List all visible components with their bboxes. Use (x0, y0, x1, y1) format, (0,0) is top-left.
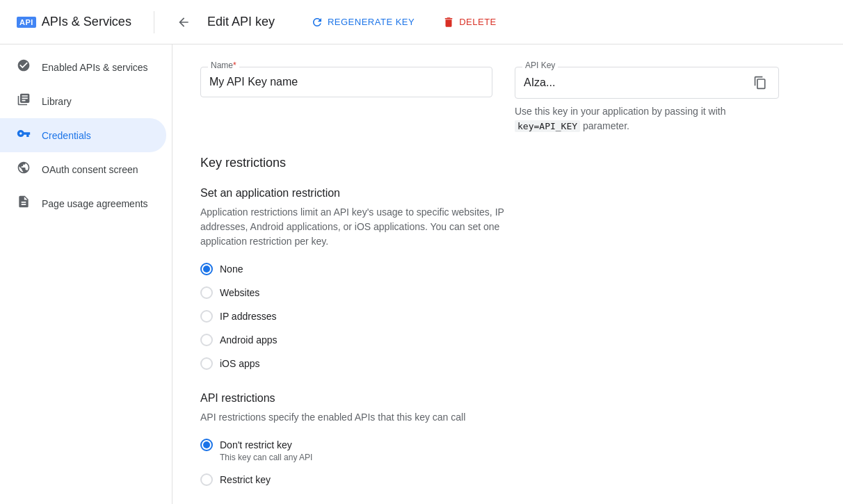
page-usage-icon (17, 195, 31, 212)
api-key-label: API Key (522, 60, 558, 70)
radio-ip-label: IP addresses (220, 311, 276, 322)
radio-websites-label: Websites (220, 287, 259, 298)
credentials-icon (17, 127, 31, 144)
sidebar: Enabled APIs & services Library Credenti… (0, 44, 172, 504)
radio-ios-apps[interactable]: iOS apps (200, 357, 815, 370)
key-restrictions-title: Key restrictions (200, 156, 815, 170)
name-label: Name* (208, 60, 239, 70)
sidebar-label-enabled-apis: Enabled APIs & services (42, 62, 148, 73)
delete-label: DELETE (459, 17, 497, 27)
radio-android-label: Android apps (220, 334, 278, 346)
radio-android-circle (200, 334, 213, 346)
radio-ios-label: iOS apps (220, 358, 260, 369)
back-button[interactable] (171, 10, 196, 35)
topbar-actions: REGENERATE KEY DELETE (303, 10, 505, 34)
radio-dont-restrict[interactable]: Don't restrict key (200, 439, 815, 451)
app-restriction-title: Set an application restriction (200, 187, 815, 200)
topbar: API APIs & Services Edit API key REGENER… (0, 0, 843, 44)
api-key-value: AIza... (524, 76, 750, 89)
radio-dont-restrict-group: Don't restrict key This key can call any… (200, 439, 815, 462)
radio-ip-circle (200, 310, 213, 323)
radio-none-label: None (220, 263, 243, 275)
page-title: Edit API key (207, 15, 275, 29)
api-restriction-radio-group: Don't restrict key This key can call any… (200, 439, 815, 486)
sidebar-item-enabled-apis[interactable]: Enabled APIs & services (0, 50, 166, 84)
radio-restrict-key-circle (200, 473, 213, 486)
radio-restrict-key-label: Restrict key (220, 474, 271, 485)
form-top-row: Name* API Key AIza... Use this key in yo… (200, 67, 815, 133)
radio-none[interactable]: None (200, 263, 815, 275)
sidebar-label-credentials: Credentials (42, 130, 91, 141)
name-field-wrap: Name* (200, 67, 492, 97)
api-restriction-desc: API restrictions specify the enabled API… (200, 410, 506, 425)
radio-dont-restrict-circle (200, 439, 213, 451)
regenerate-key-button[interactable]: REGENERATE KEY (303, 10, 423, 34)
api-key-section: API Key AIza... Use this key in your app… (515, 67, 779, 133)
app-restriction-radio-group: None Websites IP addresses Android apps … (200, 263, 815, 370)
application-restriction-section: Set an application restriction Applicati… (200, 187, 815, 370)
sidebar-label-oauth: OAuth consent screen (42, 164, 138, 175)
sidebar-item-library[interactable]: Library (0, 84, 166, 118)
name-field-section: Name* (200, 67, 492, 97)
api-key-wrap: API Key AIza... (515, 67, 779, 99)
radio-dont-restrict-label: Don't restrict key (220, 439, 292, 450)
radio-none-circle (200, 263, 213, 275)
logo: API APIs & Services (17, 15, 131, 29)
delete-button[interactable]: DELETE (434, 10, 505, 34)
topbar-divider (154, 11, 154, 33)
api-restriction-title: API restrictions (200, 392, 815, 405)
layout: Enabled APIs & services Library Credenti… (0, 44, 843, 504)
radio-dont-restrict-sublabel: This key can call any API (220, 453, 815, 462)
radio-restrict-key[interactable]: Restrict key (200, 473, 815, 486)
library-icon (17, 92, 31, 110)
oauth-icon (17, 161, 31, 178)
radio-android-apps[interactable]: Android apps (200, 334, 815, 346)
sidebar-item-page-usage[interactable]: Page usage agreements (0, 186, 166, 220)
sidebar-label-page-usage: Page usage agreements (42, 198, 148, 209)
sidebar-item-oauth[interactable]: OAuth consent screen (0, 152, 166, 186)
radio-websites-circle (200, 286, 213, 299)
logo-text: API (17, 17, 36, 28)
service-title: APIs & Services (42, 15, 131, 29)
sidebar-item-credentials[interactable]: Credentials (0, 118, 166, 152)
radio-ip-addresses[interactable]: IP addresses (200, 310, 815, 323)
radio-ios-circle (200, 357, 213, 370)
app-restriction-desc: Application restrictions limit an API ke… (200, 205, 506, 249)
copy-api-key-button[interactable] (750, 73, 770, 92)
name-input[interactable] (209, 73, 483, 91)
sidebar-label-library: Library (42, 96, 72, 107)
enabled-apis-icon (17, 58, 31, 76)
api-restriction-section: API restrictions API restrictions specif… (200, 392, 815, 486)
main-content: Name* API Key AIza... Use this key in yo… (172, 44, 843, 504)
regenerate-label: REGENERATE KEY (328, 17, 415, 27)
radio-websites[interactable]: Websites (200, 286, 815, 299)
api-key-hint: Use this key in your application by pass… (515, 104, 779, 133)
